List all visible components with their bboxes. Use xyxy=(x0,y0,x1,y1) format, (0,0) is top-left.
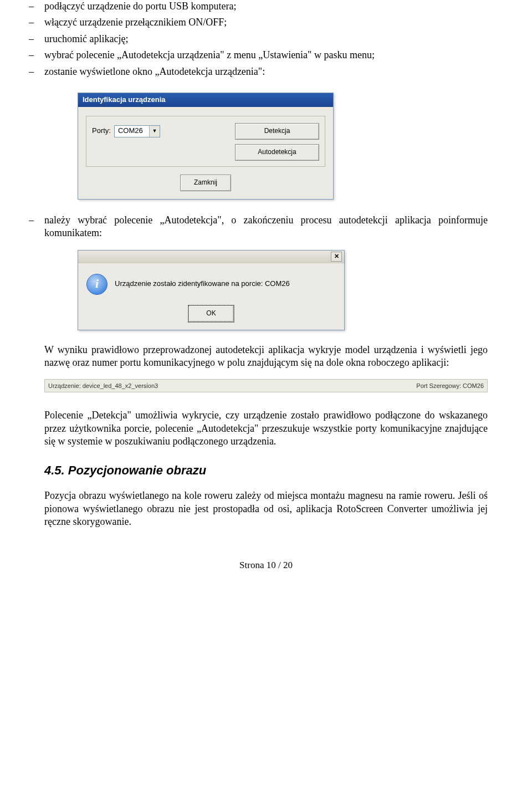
message-titlebar: ✕ xyxy=(78,251,344,263)
zamknij-button[interactable]: Zamknij xyxy=(180,175,231,191)
bullet-marker: – xyxy=(29,49,44,62)
identification-dialog: Identyfikacja urządzenia Porty: COM26 ▼ … xyxy=(78,93,334,200)
message-body: i Urządzenie zostało zidentyfikowane na … xyxy=(78,263,344,330)
list-item: – podłączyć urządzenie do portu USB komp… xyxy=(44,0,488,13)
message-dialog: ✕ i Urządzenie zostało zidentyfikowane n… xyxy=(78,250,345,330)
bullet-text: należy wybrać polecenie „Autodetekcja", … xyxy=(44,214,488,240)
info-icon-wrap: i xyxy=(86,273,108,295)
ports-select[interactable]: COM26 ▼ xyxy=(114,125,160,137)
bullet-marker: – xyxy=(29,0,44,13)
paragraph-result: W wyniku prawidłowo przeprowadzonej auto… xyxy=(44,344,488,370)
bullet-list-1: – podłączyć urządzenie do portu USB komp… xyxy=(44,0,488,78)
bullet-marker: – xyxy=(29,33,44,45)
detekcja-button[interactable]: Detekcja xyxy=(235,123,319,140)
list-item: – zostanie wyświetlone okno „Autodetekcj… xyxy=(44,65,488,78)
bullet-marker: – xyxy=(29,65,44,78)
bullet-list-2: – należy wybrać polecenie „Autodetekcja"… xyxy=(44,214,488,240)
list-item: – należy wybrać polecenie „Autodetekcja"… xyxy=(44,214,488,240)
ports-fieldset: Porty: COM26 ▼ Detekcja Autodetekcja xyxy=(86,116,325,167)
close-button[interactable]: ✕ xyxy=(331,252,342,262)
list-item: – uruchomić aplikację; xyxy=(44,33,488,45)
autodetekcja-button[interactable]: Autodetekcja xyxy=(235,144,319,161)
close-icon: ✕ xyxy=(334,252,339,260)
section-heading: 4.5. Pozycjonowanie obrazu xyxy=(44,463,488,479)
message-text: Urządzenie zostało zidentyfikowane na po… xyxy=(115,279,290,289)
bullet-marker: – xyxy=(29,214,44,240)
bullet-text: zostanie wyświetlone okno „Autodetekcja … xyxy=(44,65,488,78)
info-icon: i xyxy=(86,274,108,295)
dialog-titlebar: Identyfikacja urządzenia xyxy=(78,93,333,107)
dialog-body: Porty: COM26 ▼ Detekcja Autodetekcja Zam… xyxy=(78,107,333,199)
status-bar: Urządzenie: device_led_48_x2_version3 Po… xyxy=(44,379,488,392)
list-item: – wybrać polecenie „Autodetekcja urządze… xyxy=(44,49,488,62)
bullet-text: podłączyć urządzenie do portu USB komput… xyxy=(44,0,488,13)
status-device: Urządzenie: device_led_48_x2_version3 xyxy=(48,382,158,390)
bullet-text: uruchomić aplikację; xyxy=(44,33,488,45)
dialog-title: Identyfikacja urządzenia xyxy=(83,95,166,104)
chevron-down-icon[interactable]: ▼ xyxy=(149,126,160,137)
bullet-text: wybrać polecenie „Autodetekcja urządzeni… xyxy=(44,49,488,62)
page-footer: Strona 10 / 20 xyxy=(44,559,488,571)
ok-button[interactable]: OK xyxy=(188,305,234,322)
bullet-text: włączyć urządzenie przełącznikiem ON/OFF… xyxy=(44,16,488,29)
status-port: Port Szeregowy: COM26 xyxy=(416,382,484,390)
paragraph-polecenie: Polecenie „Detekcja" umożliwia wykrycie,… xyxy=(44,409,488,448)
paragraph-pozycja: Pozycja obrazu wyświetlanego na kole row… xyxy=(44,489,488,528)
bullet-marker: – xyxy=(29,16,44,29)
ports-label: Porty: xyxy=(92,126,111,136)
list-item: – włączyć urządzenie przełącznikiem ON/O… xyxy=(44,16,488,29)
ports-select-value: COM26 xyxy=(115,126,149,136)
